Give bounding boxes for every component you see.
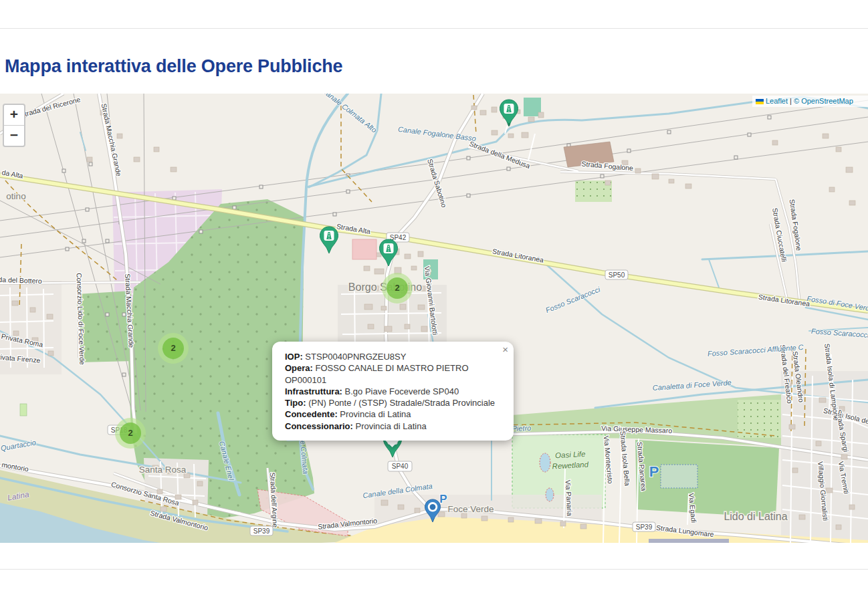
blue-location-pin [424, 499, 441, 523]
svg-text:SP39: SP39 [636, 523, 653, 531]
attribution-separator: | [788, 97, 794, 105]
map-tiles: Strada del Ricerone Strada Macchia Grand… [0, 94, 868, 543]
label-santa-rosa: Santa Rosa [139, 465, 187, 475]
openstreetmap-link[interactable]: © OpenStreetMap [794, 97, 853, 105]
marker-bridge-3[interactable] [378, 239, 399, 267]
label-foce-verde: Foce Verde [447, 504, 494, 514]
label-oasi-line1: Oasi Life [555, 450, 586, 459]
feature-popup: × IOP: STSP0040PNRGZEU8SY Opera: FOSSO C… [272, 342, 514, 441]
badge-sp39-w: SP39 [250, 526, 273, 535]
popup-close-button[interactable]: × [502, 344, 508, 354]
label-otino: otino [6, 191, 25, 201]
badge-sp39-e: SP39 [633, 522, 655, 531]
marker-bridge-2[interactable] [319, 226, 339, 254]
leaflet-map[interactable]: Strada del Ricerone Strada Macchia Grand… [0, 94, 868, 543]
zoom-in-button[interactable]: + [4, 105, 24, 126]
parking-p-large: P [649, 463, 659, 480]
popup-field-iop: IOP: STSP0040PNRGZEU8SY [285, 351, 500, 362]
cluster-count: 2 [120, 423, 141, 444]
ukraine-flag-icon [756, 99, 764, 104]
popup-field-tipo: Tipo: (PN) Ponte / (STSP) Stradale/Strad… [285, 397, 500, 408]
page-title: Mappa interattiva delle Opere Pubbliche [5, 56, 342, 77]
pink-building-area [352, 239, 376, 259]
top-divider [0, 28, 868, 29]
badge-sp50: SP50 [605, 270, 628, 279]
cluster-marker-3[interactable]: 2 [115, 418, 146, 449]
cluster-count: 2 [162, 338, 184, 359]
cluster-marker-2[interactable]: 2 [158, 333, 189, 364]
svg-text:SP50: SP50 [609, 271, 625, 279]
cluster-count: 2 [387, 277, 408, 299]
marker-shadow [508, 123, 511, 126]
popup-body: × IOP: STSP0040PNRGZEU8SY Opera: FOSSO C… [272, 342, 514, 441]
popup-field-infrastruttura: Infrastruttura: B.go Piave Foceverde SP0… [285, 386, 500, 397]
popup-field-opera: Opera: FOSSO CANALE DI MASTRO PIETRO OP0… [285, 362, 500, 386]
leaflet-link[interactable]: Leaflet [766, 97, 788, 105]
popup-field-concessionario: Concessionario: Provincia di Latina [285, 420, 500, 432]
page: Mappa interattiva delle Opere Pubbliche [0, 0, 868, 601]
label-lido-di-latina: Lido di Latina [724, 511, 787, 522]
marker-bridge-1[interactable] [499, 99, 519, 127]
zoom-control: + − [3, 104, 25, 147]
bottom-divider [0, 569, 868, 570]
label-strada-del-bottero: da del Bottero [0, 275, 42, 285]
cluster-marker-1[interactable]: 2 [382, 273, 413, 304]
svg-text:SP40: SP40 [392, 463, 409, 470]
svg-text:SP39: SP39 [253, 527, 270, 535]
map-attribution: Leaflet | © OpenStreetMap [752, 96, 868, 107]
zoom-out-button[interactable]: − [4, 126, 24, 146]
popup-field-concedente: Concedente: Provincia di Latina [285, 408, 500, 420]
badge-sp40: SP40 [388, 461, 412, 471]
